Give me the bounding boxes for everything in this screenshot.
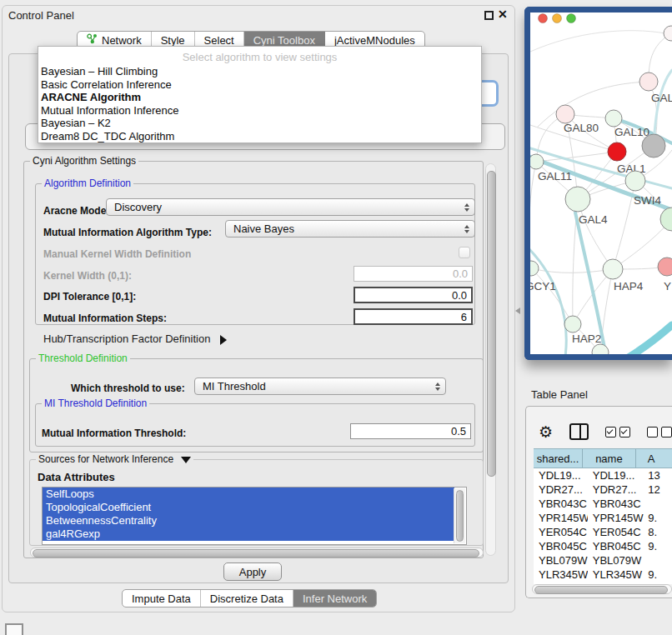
mi-threshold-input[interactable]: 0.5: [350, 423, 471, 439]
apply-button[interactable]: Apply: [223, 562, 282, 581]
settings-vertical-scrollbar[interactable]: [485, 163, 496, 556]
tab-discretize-data[interactable]: Discretize Data: [201, 590, 293, 607]
collapsed-arrow-icon: [220, 335, 227, 345]
column-header[interactable]: name: [583, 449, 636, 468]
tab-infer-network[interactable]: Infer Network: [293, 590, 376, 607]
check-all-icon[interactable]: [605, 427, 630, 438]
zoom-traffic-light-icon[interactable]: [567, 14, 576, 23]
mi-threshold-definition-title: MI Threshold Definition: [42, 398, 149, 409]
uncheck-all-icon[interactable]: [647, 427, 672, 438]
network-node[interactable]: [605, 110, 622, 127]
table-cell: YER054C: [588, 525, 646, 539]
corner-widget-icon[interactable]: [5, 623, 23, 635]
column-header[interactable]: shared...: [534, 449, 583, 468]
aracne-mode-combobox[interactable]: Discovery: [106, 198, 475, 216]
algorithm-option[interactable]: Bayesian – K2: [38, 117, 481, 130]
network-node[interactable]: [530, 261, 539, 276]
manual-kernel-width-label: Manual Kernel Width Definition: [43, 248, 191, 260]
network-node[interactable]: [642, 134, 665, 158]
table-cell: YDR27...: [588, 482, 646, 497]
tab-label: Impute Data: [132, 592, 191, 605]
algorithm-option[interactable]: ARACNE Algorithm: [38, 91, 481, 104]
table-row[interactable]: YPR145WYPR145W9.: [534, 511, 672, 525]
settings-horizontal-scrollbar[interactable]: [30, 548, 484, 558]
table-row[interactable]: YER054CYER054C8.: [534, 525, 672, 539]
settings-horizontal-scrollbar-thumb[interactable]: [33, 549, 479, 558]
algorithm-option[interactable]: Basic Correlation Inference: [38, 78, 481, 92]
minimize-traffic-light-icon[interactable]: [553, 14, 562, 23]
mi-algorithm-type-value: Naive Bayes: [233, 222, 294, 235]
network-node[interactable]: [603, 259, 623, 279]
table-cell: 12: [645, 482, 672, 497]
which-threshold-value: MI Threshold: [203, 380, 266, 392]
gear-icon[interactable]: ⚙: [539, 423, 553, 440]
network-node-label: Y: [664, 280, 671, 292]
manual-kernel-width-checkbox[interactable]: [459, 247, 470, 258]
tab-label: Cyni Toolbox: [253, 34, 315, 47]
algorithm-definition-title: Algorithm Definition: [42, 178, 133, 189]
network-node[interactable]: [639, 72, 658, 91]
network-node[interactable]: [556, 105, 574, 123]
table-row[interactable]: YBR043CYBR043C: [534, 497, 672, 511]
float-window-icon[interactable]: [484, 11, 494, 20]
network-edge[interactable]: [530, 31, 665, 52]
tab-impute-data[interactable]: Impute Data: [123, 590, 201, 607]
algorithm-popup-list: Bayesian – Hill ClimbingBasic Correlatio…: [38, 65, 481, 142]
table-cell: YBL079W: [588, 553, 646, 568]
table-horizontal-scrollbar[interactable]: [532, 584, 672, 594]
table-row[interactable]: YBL079WYBL079W: [534, 553, 672, 568]
tab-label: Style: [161, 34, 185, 47]
algorithm-option[interactable]: Bayesian – Hill Climbing: [38, 65, 481, 78]
network-edge[interactable]: [538, 82, 649, 127]
which-threshold-combobox[interactable]: MI Threshold: [194, 378, 446, 395]
network-node[interactable]: [658, 258, 672, 276]
attribute-item[interactable]: TopologicalCoefficient: [43, 501, 454, 514]
network-node[interactable]: [564, 316, 581, 332]
network-edge[interactable]: [531, 268, 613, 272]
network-edge[interactable]: [531, 268, 573, 324]
algorithm-option[interactable]: Mutual Information Inference: [38, 104, 481, 118]
table-cell: 9.: [645, 539, 672, 553]
column-header[interactable]: A: [636, 449, 672, 468]
table-cell: YDL19...: [588, 468, 646, 482]
kernel-width-input[interactable]: 0.0: [354, 266, 473, 282]
table-horizontal-scrollbar-thumb[interactable]: [534, 586, 668, 594]
attributes-scrollbar-thumb[interactable]: [456, 490, 464, 542]
hub-definition-toggle[interactable]: Hub/Transcription Factor Definition: [43, 332, 227, 345]
close-traffic-light-icon[interactable]: [539, 14, 548, 23]
attribute-item[interactable]: BetweennessCentrality: [43, 514, 454, 528]
mi-steps-label: Mutual Information Steps:: [43, 312, 167, 324]
network-node[interactable]: [625, 171, 645, 191]
algorithm-option[interactable]: Dream8 DC_TDC Algorithm: [38, 130, 481, 143]
algorithm-dropdown-popup: Select algorithm to view settings Bayesi…: [38, 46, 482, 143]
dpi-tolerance-input[interactable]: 0.0: [354, 287, 473, 303]
tab-label: jActiveMNodules: [334, 34, 415, 47]
mi-algorithm-type-combobox[interactable]: Naive Bayes: [225, 220, 475, 238]
mi-steps-input[interactable]: 6: [354, 308, 473, 325]
attributes-scrollbar[interactable]: [454, 488, 465, 543]
attribute-item[interactable]: gal4RGexp: [43, 528, 454, 541]
network-node[interactable]: [664, 26, 672, 41]
network-node[interactable]: [660, 208, 672, 231]
stepper-arrows-icon: [435, 378, 440, 394]
network-view-window[interactable]: GALGAL80GAL10GAL1GAL11SWI4GAL4GCY1HAP4YH…: [524, 7, 672, 360]
settings-vertical-scrollbar-thumb[interactable]: [487, 171, 496, 477]
network-canvas[interactable]: GALGAL80GAL10GAL1GAL11SWI4GAL4GCY1HAP4YH…: [530, 12, 672, 354]
data-attributes-list[interactable]: SelfLoopsTopologicalCoefficientBetweenne…: [42, 487, 467, 545]
split-view-icon[interactable]: [569, 423, 589, 440]
table-row[interactable]: YBR045CYBR045C9.: [534, 539, 672, 553]
close-icon[interactable]: ✕: [498, 8, 508, 21]
network-node[interactable]: [530, 154, 544, 169]
threshold-definition-title: Threshold Definition: [36, 352, 130, 364]
table-row[interactable]: YDL19...YDL19...13: [534, 468, 672, 482]
sources-title[interactable]: Sources for Network Inference: [36, 453, 193, 465]
table-row[interactable]: YDR27...YDR27...12: [534, 482, 672, 497]
table-row[interactable]: YLR345WYLR345W9.: [534, 568, 672, 582]
network-node[interactable]: [565, 187, 590, 212]
attribute-item[interactable]: SelfLoops: [43, 488, 454, 501]
network-edge[interactable]: [627, 325, 672, 354]
table-cell: 9.: [645, 568, 672, 582]
network-node[interactable]: [608, 142, 626, 161]
stepper-arrows-icon: [464, 199, 469, 215]
panel-splitter-arrow-icon[interactable]: [515, 308, 520, 314]
